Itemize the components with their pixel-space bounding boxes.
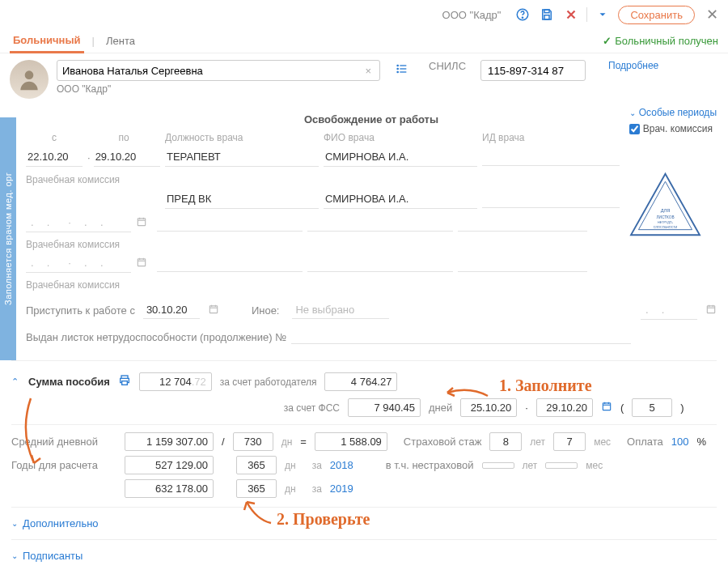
additional-toggle[interactable]: ⌄ Дополнительно <box>0 511 728 536</box>
vk-id-1[interactable] <box>482 190 620 208</box>
resume-label: Приступить к работе с <box>26 304 135 317</box>
doctor-id[interactable] <box>482 148 620 166</box>
sum-title: Сумма пособия <box>28 376 110 388</box>
to-date[interactable]: 29.10.20 <box>94 147 160 167</box>
svg-point-8 <box>397 65 398 66</box>
pay-pct[interactable]: 100 <box>671 436 689 448</box>
calendar-icon[interactable] <box>601 401 612 415</box>
status-text: Больничный получен <box>615 35 718 47</box>
yrs-unit: лет <box>523 460 538 471</box>
save-icon[interactable] <box>538 6 556 23</box>
calendar-icon[interactable] <box>208 304 219 317</box>
more-link[interactable]: Подробнее <box>608 60 658 71</box>
special-periods-toggle[interactable]: ⌄ Особые периоды <box>629 107 717 118</box>
employee-name-field[interactable] <box>62 65 362 77</box>
svg-point-10 <box>397 71 398 72</box>
svg-text:ЛИСТКОВ: ЛИСТКОВ <box>656 215 674 219</box>
release-row-1: 22.10.20 · 29.10.20 ТЕРАПЕВТ СМИРНОВА И.… <box>26 145 717 169</box>
vk-position-1[interactable]: ПРЕД ВК <box>165 189 319 209</box>
date-range-blank-3[interactable]: . . · . . <box>26 253 131 273</box>
year-2018[interactable]: 2018 <box>330 459 353 471</box>
fss-amount[interactable]: 7 940.45 <box>348 398 421 417</box>
col-id: ИД врача <box>482 132 620 143</box>
employee-org: ООО "Кадр" <box>57 83 380 95</box>
za-label: за <box>312 483 322 495</box>
equals: = <box>300 436 307 448</box>
check-icon: ✓ <box>603 35 612 47</box>
mos-unit: мес <box>586 460 603 471</box>
other-date-blank[interactable]: . . <box>641 300 697 320</box>
close-icon[interactable]: ✕ <box>706 6 718 23</box>
doctor-position[interactable]: ТЕРАПЕВТ <box>165 147 319 167</box>
calendar-icon[interactable] <box>136 257 147 270</box>
signers-toggle[interactable]: ⌄ Подписанты <box>0 543 728 568</box>
year-2019[interactable]: 2019 <box>330 483 353 495</box>
tab-feed[interactable]: Лента <box>103 30 138 52</box>
clear-name-icon[interactable]: × <box>362 65 375 77</box>
svg-text:НЕТРУДО-: НЕТРУДО- <box>658 221 674 224</box>
separator <box>11 507 717 508</box>
position-blank-2[interactable] <box>157 214 303 232</box>
date-range-blank-2[interactable]: . . · . . <box>26 213 131 232</box>
list-icon[interactable] <box>393 60 411 81</box>
chevron-down-icon: ⌄ <box>629 108 636 117</box>
svg-text:ДЛЯ: ДЛЯ <box>661 208 671 213</box>
position-blank-3[interactable] <box>157 254 303 272</box>
ins-months[interactable]: 7 <box>553 432 586 451</box>
svg-rect-33 <box>121 376 128 378</box>
mos-unit: мес <box>594 436 611 448</box>
y1-sum[interactable]: 527 129.00 <box>125 456 214 474</box>
fio-blank-2[interactable] <box>307 214 453 232</box>
employer-label: за счет работодателя <box>220 376 317 388</box>
doctor-commission-checkbox[interactable] <box>629 124 640 134</box>
avg-denom[interactable]: 730 <box>233 432 273 451</box>
employee-name-input[interactable]: × <box>57 60 380 81</box>
y2-days[interactable]: 365 <box>236 479 277 498</box>
chevron-down-icon: ⌄ <box>11 519 18 528</box>
other-value[interactable]: Не выбрано <box>292 301 389 319</box>
nonins-months[interactable] <box>545 462 578 469</box>
nonins-years[interactable] <box>482 462 514 469</box>
tab-sick-leave[interactable]: Больничный <box>10 29 84 53</box>
days-count[interactable]: 5 <box>632 398 672 417</box>
days-to[interactable]: 29.10.20 <box>536 398 593 417</box>
issue-number[interactable] <box>291 330 631 344</box>
snils-label: СНИЛС <box>429 60 466 72</box>
resume-date[interactable]: 30.10.20 <box>143 301 200 319</box>
snils-input[interactable] <box>480 60 586 81</box>
nonins-label: в т.ч. нестраховой <box>386 459 474 471</box>
pct-sign: % <box>697 436 707 448</box>
y1-days[interactable]: 365 <box>236 456 277 474</box>
dropdown-icon[interactable] <box>594 6 612 23</box>
save-button[interactable]: Сохранить <box>618 6 695 24</box>
yrs-unit: лет <box>530 436 545 448</box>
doctor-fio[interactable]: СМИРНОВА И.А. <box>324 147 477 167</box>
col-position: Должность врача <box>165 132 319 143</box>
id-blank-2[interactable] <box>458 214 587 232</box>
doctor-commission-check[interactable]: Врач. комиссия <box>629 123 717 134</box>
pay-label: Оплата <box>627 436 663 448</box>
chevron-up-icon[interactable]: ⌃ <box>11 376 19 387</box>
calendar-icon[interactable] <box>705 304 717 317</box>
vk-fio-1[interactable]: СМИРНОВА И.А. <box>324 189 477 209</box>
fio-blank-3[interactable] <box>307 254 453 272</box>
vk-row-1: ПРЕД ВК СМИРНОВА И.А. <box>26 187 717 211</box>
col-from: с <box>26 132 83 143</box>
employer-amount[interactable]: 4 764.27 <box>324 372 397 391</box>
help-icon[interactable] <box>514 6 531 23</box>
y2-sum[interactable]: 632 178.00 <box>125 479 214 498</box>
ins-years[interactable]: 8 <box>489 432 522 451</box>
delete-icon[interactable] <box>562 6 580 23</box>
calendar-icon[interactable] <box>136 216 147 230</box>
other-label: Иное: <box>252 304 280 317</box>
id-blank-3[interactable] <box>458 254 587 272</box>
avg-numer[interactable]: 1 159 307.00 <box>125 432 214 451</box>
dn-unit: дн <box>285 460 296 471</box>
total-amount[interactable]: 12 704.72 <box>139 372 212 391</box>
status-received: ✓ Больничный получен <box>603 35 718 47</box>
days-from[interactable]: 25.10.20 <box>460 398 517 417</box>
separator <box>11 360 717 361</box>
avg-result[interactable]: 1 588.09 <box>315 432 387 451</box>
from-date[interactable]: 22.10.20 <box>26 147 83 167</box>
print-icon[interactable] <box>118 374 131 389</box>
